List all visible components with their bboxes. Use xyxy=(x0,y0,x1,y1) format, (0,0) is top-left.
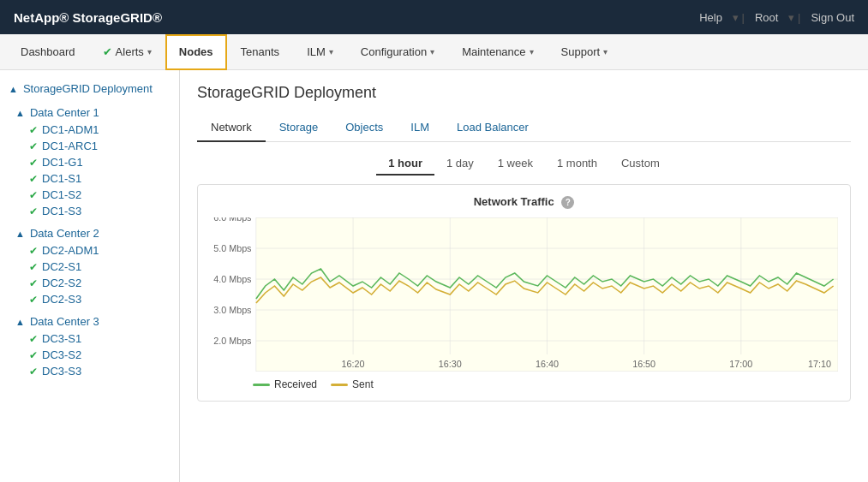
chart-legend: Received Sent xyxy=(210,378,838,390)
tab-bar: Network Storage Objects ILM Load Balance… xyxy=(197,114,851,142)
chart-title: Network Traffic ? xyxy=(210,195,838,209)
sidebar-node-dc1-s1[interactable]: ✔ DC1-S1 xyxy=(0,170,179,187)
nav-dashboard[interactable]: Dashboard xyxy=(7,34,89,70)
sidebar-node-dc1-s2[interactable]: ✔ DC1-S2 xyxy=(0,187,179,203)
sidebar-dc2-section: ▲ Data Center 2 ✔ DC2-ADM1 ✔ DC2-S1 ✔ DC… xyxy=(0,224,179,307)
dc1-arc1-check-icon: ✔ xyxy=(29,140,38,152)
svg-text:2.0 Mbps: 2.0 Mbps xyxy=(213,336,251,346)
svg-text:6.0 Mbps: 6.0 Mbps xyxy=(213,217,251,223)
time-custom[interactable]: Custom xyxy=(609,152,672,176)
sidebar-node-dc1-g1[interactable]: ✔ DC1-G1 xyxy=(0,154,179,170)
svg-text:4.0 Mbps: 4.0 Mbps xyxy=(213,275,251,284)
sidebar-group-dc2[interactable]: ▲ Data Center 2 xyxy=(0,224,179,242)
top-bar-right: Help ▾ | Root ▾ | Sign Out xyxy=(699,11,854,24)
nav-maintenance[interactable]: Maintenance ▾ xyxy=(448,34,547,70)
root-link[interactable]: Root xyxy=(755,11,778,24)
nav-support[interactable]: Support ▾ xyxy=(548,34,622,70)
dc1-g1-check-icon: ✔ xyxy=(29,157,38,169)
support-arrow-icon: ▾ xyxy=(603,47,608,57)
nav-configuration[interactable]: Configuration ▾ xyxy=(347,34,448,70)
sidebar-group-dc1[interactable]: ▲ Data Center 1 xyxy=(0,104,179,122)
ilm-arrow-icon: ▾ xyxy=(329,47,333,57)
app-logo: NetApp® StorageGRID® xyxy=(14,10,162,25)
dc2-s2-check-icon: ✔ xyxy=(29,277,38,289)
dc2-s3-check-icon: ✔ xyxy=(29,294,38,306)
alerts-arrow-icon: ▾ xyxy=(147,47,152,57)
main-content: StorageGRID Deployment Network Storage O… xyxy=(180,70,868,482)
sidebar-node-dc3-s3[interactable]: ✔ DC3-S3 xyxy=(0,363,179,379)
dc1-s1-check-icon: ✔ xyxy=(29,173,38,185)
dc1-adm1-check-icon: ✔ xyxy=(29,124,38,136)
received-color-dot xyxy=(253,384,270,386)
tab-objects[interactable]: Objects xyxy=(332,114,397,142)
tab-load-balancer[interactable]: Load Balancer xyxy=(443,114,542,142)
time-1month[interactable]: 1 month xyxy=(545,152,609,176)
svg-text:17:00: 17:00 xyxy=(729,360,752,369)
root-expand-icon: ▲ xyxy=(9,84,18,94)
dc3-s3-check-icon: ✔ xyxy=(29,366,38,378)
nav-alerts[interactable]: ✔ Alerts ▾ xyxy=(89,34,165,70)
sidebar-node-dc3-s1[interactable]: ✔ DC3-S1 xyxy=(0,330,179,347)
sidebar-node-dc3-s2[interactable]: ✔ DC3-S2 xyxy=(0,347,179,363)
config-arrow-icon: ▾ xyxy=(430,47,434,57)
dc2-s1-check-icon: ✔ xyxy=(29,261,38,273)
dc2-adm1-check-icon: ✔ xyxy=(29,245,38,257)
sidebar-node-dc2-s3[interactable]: ✔ DC2-S3 xyxy=(0,291,179,307)
sidebar: ▲ StorageGRID Deployment ▲ Data Center 1… xyxy=(0,70,180,482)
dc3-s2-check-icon: ✔ xyxy=(29,349,38,361)
time-1hour[interactable]: 1 hour xyxy=(376,152,434,176)
sidebar-group-dc3[interactable]: ▲ Data Center 3 xyxy=(0,312,179,330)
sidebar-root[interactable]: ▲ StorageGRID Deployment xyxy=(0,79,179,98)
time-range-selector: 1 hour 1 day 1 week 1 month Custom xyxy=(197,152,851,176)
nav-tenants[interactable]: Tenants xyxy=(227,34,294,70)
svg-text:17:10: 17:10 xyxy=(808,360,831,369)
chart-area: 6.0 Mbps 5.0 Mbps 4.0 Mbps 3.0 Mbps 2.0 … xyxy=(210,217,838,372)
legend-received: Received xyxy=(253,378,317,390)
network-traffic-chart: Network Traffic ? xyxy=(197,184,851,402)
alert-check-icon: ✔ xyxy=(103,45,112,58)
sidebar-node-dc1-adm1[interactable]: ✔ DC1-ADM1 xyxy=(0,122,179,138)
tab-network[interactable]: Network xyxy=(197,114,266,142)
sidebar-node-dc2-s1[interactable]: ✔ DC2-S1 xyxy=(0,259,179,275)
dc1-expand-icon: ▲ xyxy=(15,108,25,118)
svg-text:16:30: 16:30 xyxy=(439,360,462,369)
sidebar-dc1-section: ▲ Data Center 1 ✔ DC1-ADM1 ✔ DC1-ARC1 ✔ … xyxy=(0,104,179,219)
top-bar: NetApp® StorageGRID® Help ▾ | Root ▾ | S… xyxy=(0,0,868,34)
dc2-expand-icon: ▲ xyxy=(15,229,25,239)
legend-sent: Sent xyxy=(331,378,374,390)
dc1-s2-check-icon: ✔ xyxy=(29,189,38,201)
time-1day[interactable]: 1 day xyxy=(434,152,486,176)
svg-text:16:50: 16:50 xyxy=(632,360,655,369)
sidebar-node-dc2-adm1[interactable]: ✔ DC2-ADM1 xyxy=(0,242,179,259)
nav-bar: Dashboard ✔ Alerts ▾ Nodes Tenants ILM ▾… xyxy=(0,34,868,70)
dc3-s1-check-icon: ✔ xyxy=(29,333,38,345)
sidebar-node-dc1-arc1[interactable]: ✔ DC1-ARC1 xyxy=(0,138,179,154)
dc3-expand-icon: ▲ xyxy=(15,317,25,327)
sidebar-node-dc1-s3[interactable]: ✔ DC1-S3 xyxy=(0,203,179,219)
help-link[interactable]: Help xyxy=(699,11,722,24)
tab-ilm[interactable]: ILM xyxy=(397,114,443,142)
svg-text:3.0 Mbps: 3.0 Mbps xyxy=(213,306,251,315)
signout-link[interactable]: Sign Out xyxy=(811,11,854,24)
maintenance-arrow-icon: ▾ xyxy=(530,47,534,57)
nav-nodes[interactable]: Nodes xyxy=(165,34,227,70)
sent-color-dot xyxy=(331,384,348,386)
chart-info-icon[interactable]: ? xyxy=(561,196,574,209)
time-1week[interactable]: 1 week xyxy=(486,152,545,176)
chart-svg: 6.0 Mbps 5.0 Mbps 4.0 Mbps 3.0 Mbps 2.0 … xyxy=(210,217,838,372)
layout: ▲ StorageGRID Deployment ▲ Data Center 1… xyxy=(0,70,868,482)
page-title: StorageGRID Deployment xyxy=(197,84,851,102)
nav-ilm[interactable]: ILM ▾ xyxy=(293,34,347,70)
svg-text:16:40: 16:40 xyxy=(536,360,559,369)
sidebar-node-dc2-s2[interactable]: ✔ DC2-S2 xyxy=(0,275,179,291)
svg-text:16:20: 16:20 xyxy=(342,360,365,369)
dc1-s3-check-icon: ✔ xyxy=(29,205,38,217)
tab-storage[interactable]: Storage xyxy=(266,114,332,142)
svg-text:5.0 Mbps: 5.0 Mbps xyxy=(213,244,251,253)
sidebar-dc3-section: ▲ Data Center 3 ✔ DC3-S1 ✔ DC3-S2 ✔ DC3-… xyxy=(0,312,179,379)
